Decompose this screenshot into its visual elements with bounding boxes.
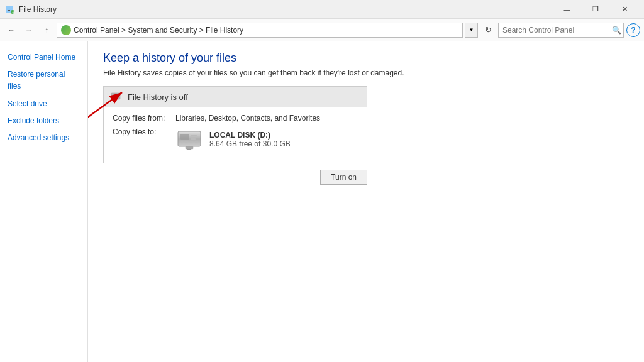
help-button[interactable]: ? bbox=[626, 23, 640, 37]
search-wrapper: 🔍 bbox=[498, 23, 624, 38]
main-area: Control Panel Home Restore personal file… bbox=[0, 41, 644, 362]
restore-button[interactable]: ❐ bbox=[581, 0, 610, 19]
up-button[interactable]: ↑ bbox=[39, 23, 54, 38]
file-history-header: File History is off bbox=[104, 87, 367, 107]
page-title: Keep a history of your files bbox=[103, 52, 629, 65]
copy-to-row: Copy files to: bbox=[113, 128, 358, 151]
drive-icon bbox=[175, 128, 203, 151]
svg-point-8 bbox=[118, 96, 119, 97]
svg-rect-14 bbox=[187, 149, 191, 150]
sidebar-item-exclude-folders[interactable]: Exclude folders bbox=[0, 112, 87, 129]
file-history-header-icon bbox=[110, 90, 123, 103]
minimize-button[interactable]: — bbox=[552, 0, 581, 19]
file-history-footer: Turn on bbox=[103, 170, 367, 185]
file-history-status: File History is off bbox=[128, 92, 188, 102]
drive-name: LOCAL DISK (D:) bbox=[209, 131, 291, 140]
copy-from-value: Libraries, Desktop, Contacts, and Favori… bbox=[175, 114, 320, 123]
annotation-area: File History is off Copy files from: Lib… bbox=[103, 86, 629, 163]
close-button[interactable]: ✕ bbox=[610, 0, 639, 19]
title-bar: ↺ File History — ❐ ✕ bbox=[0, 0, 644, 19]
svg-text:↺: ↺ bbox=[12, 10, 14, 14]
address-path-text: Control Panel > System and Security > Fi… bbox=[74, 26, 243, 35]
copy-to-label: Copy files to: bbox=[113, 128, 175, 136]
svg-rect-3 bbox=[8, 10, 10, 11]
forward-button[interactable]: → bbox=[21, 23, 36, 38]
address-path-box[interactable]: Control Panel > System and Security > Fi… bbox=[57, 23, 463, 38]
window-title: File History bbox=[19, 5, 57, 14]
turn-on-button[interactable]: Turn on bbox=[320, 170, 367, 185]
refresh-button[interactable]: ↻ bbox=[480, 23, 496, 38]
copy-from-label: Copy files from: bbox=[113, 114, 175, 123]
svg-rect-1 bbox=[8, 8, 11, 8]
copy-from-row: Copy files from: Libraries, Desktop, Con… bbox=[113, 114, 358, 123]
window-controls: — ❐ ✕ bbox=[552, 0, 639, 19]
svg-rect-2 bbox=[8, 9, 11, 9]
drive-info-row: LOCAL DISK (D:) 8.64 GB free of 30.0 GB bbox=[175, 128, 291, 151]
search-submit-button[interactable]: 🔍 bbox=[612, 26, 621, 35]
svg-rect-11 bbox=[191, 135, 197, 136]
address-dropdown-button[interactable]: ▼ bbox=[465, 23, 478, 38]
app-icon: ↺ bbox=[5, 4, 15, 14]
search-input[interactable] bbox=[498, 23, 624, 38]
sidebar-item-advanced-settings[interactable]: Advanced settings bbox=[0, 129, 87, 146]
svg-rect-7 bbox=[113, 95, 116, 97]
drive-space: 8.64 GB free of 30.0 GB bbox=[209, 140, 291, 148]
address-bar: ← → ↑ Control Panel > System and Securit… bbox=[0, 19, 644, 41]
sidebar: Control Panel Home Restore personal file… bbox=[0, 41, 88, 362]
content-area: Keep a history of your files File Histor… bbox=[88, 41, 644, 362]
file-history-body: Copy files from: Libraries, Desktop, Con… bbox=[104, 107, 367, 163]
page-description: File History saves copies of your files … bbox=[103, 69, 629, 77]
svg-rect-12 bbox=[191, 138, 196, 140]
path-globe-icon bbox=[61, 25, 71, 35]
drive-text: LOCAL DISK (D:) 8.64 GB free of 30.0 GB bbox=[209, 131, 291, 148]
sidebar-item-select-drive[interactable]: Select drive bbox=[0, 96, 87, 112]
svg-rect-10 bbox=[180, 134, 189, 140]
svg-rect-13 bbox=[186, 146, 193, 149]
file-history-box: File History is off Copy files from: Lib… bbox=[103, 86, 367, 163]
sidebar-item-restore-personal-files[interactable]: Restore personal files bbox=[0, 66, 87, 95]
back-button[interactable]: ← bbox=[4, 23, 19, 38]
sidebar-item-control-panel-home[interactable]: Control Panel Home bbox=[0, 49, 87, 66]
